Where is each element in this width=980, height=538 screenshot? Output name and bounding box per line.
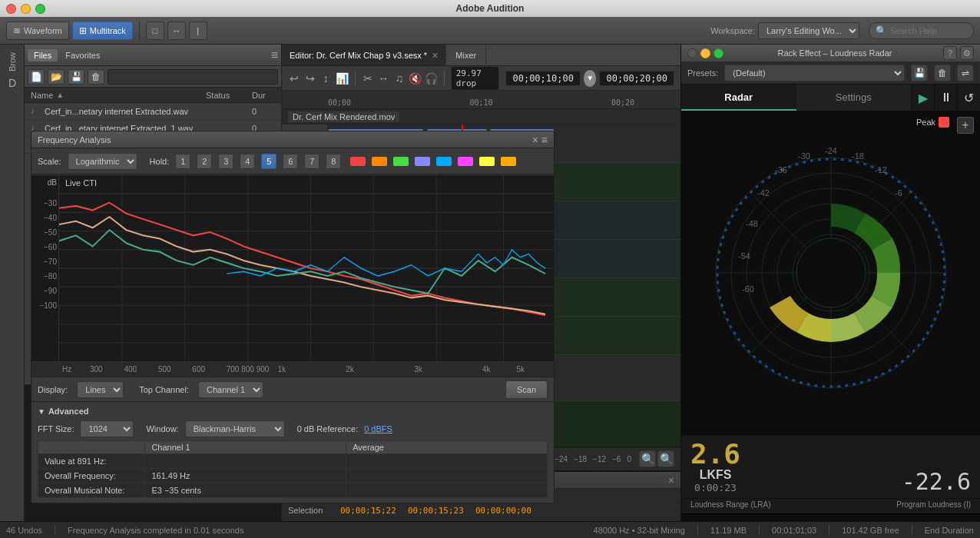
files-search-input-container[interactable] [108, 69, 278, 85]
rack-window-close[interactable] [687, 48, 697, 58]
zoom-out-btn[interactable]: 🔍 [639, 450, 656, 467]
ed-chart-btn[interactable]: 📊 [336, 70, 349, 87]
tab-settings[interactable]: Settings [796, 85, 912, 111]
hold-btn-4[interactable]: 4 [240, 154, 255, 169]
toolbar-icon-2[interactable]: ↔ [167, 22, 186, 40]
hold-btn-3[interactable]: 3 [218, 154, 233, 169]
radar-pause-btn[interactable]: ⏸ [934, 85, 957, 111]
files-save-btn[interactable]: 💾 [68, 69, 84, 85]
db-label-4: −60 [33, 243, 57, 251]
hold-color-5 [458, 157, 473, 166]
multitrack-label: Multitrack [90, 26, 126, 35]
sidebar-browse[interactable]: Brow [0, 51, 25, 72]
fft-select[interactable]: 1024 [80, 420, 134, 437]
zoom-in-btn[interactable]: 🔍 [657, 450, 674, 467]
scale-select[interactable]: Logarithmic [68, 153, 137, 170]
files-column-headers: Name ▲ Status Dur [25, 88, 281, 103]
advanced-header[interactable]: ▼ Advanced [38, 407, 548, 416]
title-bar: Adobe Audition [0, 0, 980, 17]
scale-label: Scale: [38, 157, 61, 166]
db-label-5: −70 [33, 257, 57, 266]
hold-color-6 [479, 157, 495, 166]
freq-menu-btn[interactable]: ≡ [541, 134, 548, 146]
freq-close-btn[interactable]: × [532, 134, 538, 146]
rack-window-max[interactable] [713, 48, 723, 58]
preset-save-btn[interactable]: 💾 [911, 65, 928, 81]
presets-label: Presets: [687, 68, 718, 78]
hold-btn-6[interactable]: 6 [283, 154, 298, 169]
panel-menu-icon[interactable]: ≡ [271, 48, 278, 62]
workspace-select[interactable]: Larry's Editing Wo... [758, 22, 859, 39]
close-btn[interactable] [6, 4, 16, 14]
editor-tabs: Editor: Dr. Cerf Mix Chap 9 v3.sesx * × … [282, 45, 680, 66]
minimize-btn[interactable] [21, 4, 31, 14]
preset-expand-btn[interactable]: ⇌ [957, 65, 974, 81]
toolbar-icon-1[interactable]: □ [146, 22, 164, 40]
scan-btn[interactable]: Scan [505, 380, 548, 399]
waveform-tab[interactable]: ≋ Waveform [6, 22, 69, 40]
duration-status: 00;01;01;03 [772, 526, 816, 535]
ed-mute-btn[interactable]: 🔇 [409, 70, 422, 87]
ed-redo-btn[interactable]: ↪ [304, 70, 317, 87]
svg-text:-42: -42 [757, 188, 770, 198]
hold-btn-7[interactable]: 7 [304, 154, 319, 169]
preset-delete-btn[interactable]: 🗑 [934, 65, 951, 81]
peak-label: Peak [916, 118, 935, 127]
favorites-tab[interactable]: Favorites [59, 49, 106, 61]
editor-tab-close[interactable]: × [432, 49, 438, 61]
ed-gain-btn[interactable]: ♫ [392, 70, 406, 87]
sel-start-0: 00;00;15;22 [340, 506, 402, 516]
advanced-section: ▼ Advanced FFT Size: 1024 Window: Blackm… [31, 401, 554, 503]
hold-btn-5[interactable]: 5 [261, 154, 276, 169]
radar-play-btn[interactable]: ▶ [911, 85, 934, 111]
sel-panel-close[interactable]: × [668, 474, 674, 487]
hold-btn-2[interactable]: 2 [197, 154, 212, 169]
toolbar-icon-3[interactable]: | [189, 22, 207, 40]
rack-window-min[interactable] [700, 48, 710, 58]
svg-text:-18: -18 [852, 151, 864, 161]
program-loudness-value: -22.6 [902, 470, 971, 493]
left-sidebar: Brow D [0, 45, 25, 538]
freq-completion-status: Frequency Analysis completed in 0.01 sec… [68, 526, 243, 535]
col-dur-header: Dur [252, 91, 275, 100]
files-tab[interactable]: Files [28, 49, 58, 61]
sidebar-icon-files[interactable]: D [0, 72, 25, 94]
top-channel-label: Top Channel: [139, 385, 189, 394]
files-new-btn[interactable]: 📄 [28, 69, 45, 85]
rack-info-btn[interactable]: ? [943, 46, 957, 60]
status-bar: 46 Undos Frequency Analysis completed in… [0, 521, 980, 538]
tab-radar[interactable]: Radar [681, 85, 796, 111]
hold-btn-8[interactable]: 8 [326, 154, 341, 169]
files-search-input[interactable] [111, 72, 274, 81]
lkfs-left: 2.6 LKFS 0:00:23 [690, 440, 740, 493]
db-label-3: −50 [33, 228, 57, 237]
radar-reset-btn[interactable]: ↺ [957, 85, 980, 111]
preset-select[interactable]: (Default) [724, 65, 905, 81]
multitrack-tab[interactable]: ⊞ Multitrack [72, 22, 133, 40]
files-open-btn[interactable]: 📂 [48, 69, 65, 85]
file-item-0[interactable]: ♪ Cerf_in...netary internet Extracted.wa… [25, 103, 281, 120]
ed-cut-btn[interactable]: ✂ [361, 70, 374, 87]
maximize-btn[interactable] [35, 4, 45, 14]
playhead-btn[interactable]: ▼ [584, 70, 597, 87]
window-select[interactable]: Blackman-Harris [185, 420, 285, 437]
ed-stretch-btn[interactable]: ↔ [377, 70, 390, 87]
freq-chart-area[interactable]: Live CTI [59, 174, 554, 361]
mixer-tab[interactable]: Mixer [446, 45, 486, 65]
rack-settings-btn[interactable]: ⚙ [960, 46, 974, 60]
undos-status: 46 Undos [6, 526, 42, 535]
search-box[interactable]: 🔍 [869, 22, 974, 39]
top-channel-select[interactable]: Channel 1 [198, 381, 263, 398]
ed-move-btn[interactable]: ↕ [319, 70, 333, 87]
editor-main-tab[interactable]: Editor: Dr. Cerf Mix Chap 9 v3.sesx * × [282, 45, 446, 65]
plus-btn[interactable]: + [957, 117, 974, 134]
hold-label: Hold: [150, 157, 170, 166]
display-select[interactable]: Lines [77, 381, 124, 398]
time1-display: 00;00;10;00 [505, 71, 580, 86]
ed-headphones-btn[interactable]: 🎧 [425, 70, 438, 87]
files-delete-btn[interactable]: 🗑 [88, 69, 104, 85]
svg-text:-48: -48 [746, 219, 758, 228]
hold-btn-1[interactable]: 1 [175, 154, 190, 169]
search-input[interactable] [890, 26, 967, 35]
ed-undo-btn[interactable]: ↩ [288, 70, 301, 87]
